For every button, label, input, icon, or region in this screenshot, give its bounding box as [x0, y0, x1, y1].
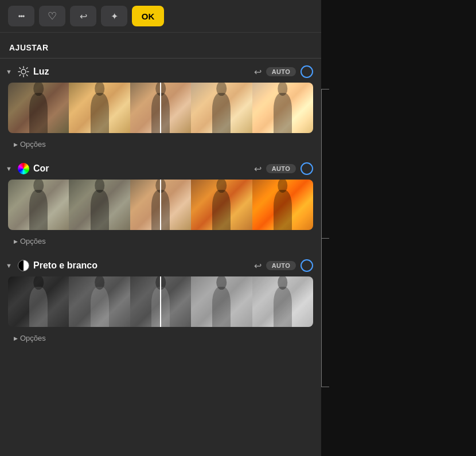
cor-thumb-5[interactable]	[252, 180, 313, 230]
luz-title: Luz	[33, 67, 251, 77]
luz-thumb-2[interactable]	[69, 83, 130, 133]
preto-title: Preto e branco	[33, 260, 251, 271]
cor-section: ▼ Cor ↩ AUTO	[0, 155, 321, 252]
preto-thumb-2[interactable]	[69, 276, 130, 327]
luz-sun-icon	[17, 65, 30, 78]
luz-header: ▼ Luz ↩	[0, 65, 321, 83]
luz-thumb-1[interactable]	[8, 83, 69, 133]
luz-auto-button[interactable]: AUTO	[266, 67, 296, 76]
cor-thumb-1[interactable]	[8, 180, 69, 230]
luz-section: ▼ Luz ↩	[0, 59, 321, 155]
cor-strip-divider	[160, 180, 161, 230]
cor-thumb-2[interactable]	[69, 180, 130, 230]
preto-strip-divider	[160, 276, 161, 327]
preto-controls: ↩ AUTO	[254, 259, 313, 272]
cor-thumbnail-strip	[8, 180, 313, 230]
preto-chevron-icon[interactable]: ▼	[6, 262, 14, 269]
luz-strip-divider	[160, 83, 161, 133]
adjust-panel: ••• ♡ ↩ ✦ OK AJUSTAR ▼	[0, 0, 321, 456]
cor-auto-button[interactable]: AUTO	[266, 164, 296, 173]
preto-header: ▼ Preto e branco ↩ AUTO	[0, 259, 321, 276]
bracket-mid-line	[321, 238, 329, 239]
preto-undo-button[interactable]: ↩	[254, 260, 262, 271]
bracket-top-line	[321, 89, 329, 89]
luz-undo-button[interactable]: ↩	[254, 67, 262, 77]
preto-section: ▼ Preto e branco ↩ AUTO	[0, 252, 321, 349]
svg-line-7	[26, 68, 28, 69]
panel-title: AJUSTAR	[0, 33, 321, 59]
preto-opcoes-label: Opções	[20, 334, 46, 342]
bracket-bot-line	[321, 387, 329, 387]
heart-button[interactable]: ♡	[39, 6, 65, 26]
preto-thumb-1[interactable]	[8, 276, 69, 327]
svg-line-8	[19, 75, 21, 76]
cor-colorwheel-icon	[17, 162, 30, 175]
cor-toggle-button[interactable]	[301, 162, 313, 175]
magic-button[interactable]: ✦	[101, 6, 127, 26]
preto-auto-button[interactable]: AUTO	[266, 261, 296, 270]
cor-title: Cor	[33, 163, 251, 174]
luz-controls: ↩ AUTO	[254, 65, 313, 78]
luz-thumbnail-strip	[8, 83, 313, 133]
share-icon: ↩	[80, 11, 87, 22]
cor-opcoes-label: Opções	[20, 237, 46, 245]
preto-thumb-4[interactable]	[191, 276, 252, 327]
preto-toggle-button[interactable]	[301, 259, 313, 272]
cor-header: ▼ Cor ↩ AUTO	[0, 162, 321, 180]
right-panel	[321, 0, 476, 456]
magic-icon: ✦	[111, 11, 118, 22]
cor-opcoes-chevron-icon: ▶	[14, 239, 18, 244]
more-button[interactable]: •••	[8, 6, 34, 26]
luz-thumb-5[interactable]	[252, 83, 313, 133]
ok-button[interactable]: OK	[132, 6, 164, 26]
luz-chevron-icon[interactable]: ▼	[6, 68, 14, 75]
preto-halfcircle-icon	[17, 259, 30, 272]
preto-thumbnail-strip	[8, 276, 313, 327]
preto-opcoes[interactable]: ▶ Opções	[0, 332, 321, 349]
luz-toggle-button[interactable]	[301, 65, 313, 78]
bracket	[321, 89, 333, 387]
svg-point-0	[21, 69, 26, 74]
more-icon: •••	[18, 12, 25, 21]
scroll-content[interactable]: ▼ Luz ↩	[0, 59, 321, 456]
luz-opcoes-label: Opções	[20, 140, 46, 149]
preto-opcoes-chevron-icon: ▶	[14, 336, 18, 341]
luz-thumb-4[interactable]	[191, 83, 252, 133]
cor-controls: ↩ AUTO	[254, 162, 313, 175]
svg-line-6	[26, 75, 28, 76]
svg-line-5	[19, 68, 21, 69]
ok-label: OK	[142, 11, 155, 21]
share-button[interactable]: ↩	[70, 6, 96, 26]
cor-undo-button[interactable]: ↩	[254, 163, 262, 174]
preto-thumb-5[interactable]	[252, 276, 313, 327]
cor-chevron-icon[interactable]: ▼	[6, 165, 14, 172]
heart-icon: ♡	[48, 10, 57, 22]
cor-thumb-4[interactable]	[191, 180, 252, 230]
luz-opcoes-chevron-icon: ▶	[14, 142, 18, 147]
cor-opcoes[interactable]: ▶ Opções	[0, 235, 321, 252]
toolbar: ••• ♡ ↩ ✦ OK	[0, 0, 321, 33]
luz-opcoes[interactable]: ▶ Opções	[0, 138, 321, 155]
